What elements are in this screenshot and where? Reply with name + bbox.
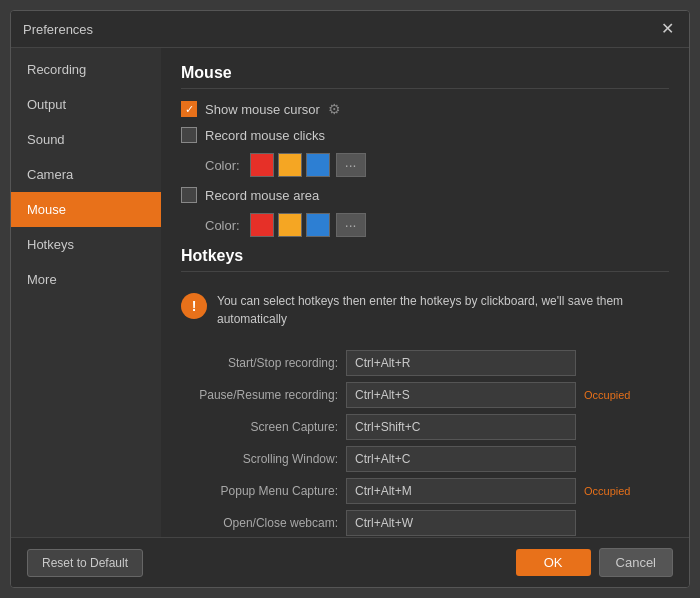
hotkey-row-4: Popup Menu Capture:Occupied — [181, 478, 669, 504]
mouse-section-title: Mouse — [181, 64, 669, 89]
hotkey-label-0: Start/Stop recording: — [181, 356, 346, 370]
show-cursor-row: Show mouse cursor ⚙ — [181, 101, 669, 117]
reset-button[interactable]: Reset to Default — [27, 549, 143, 577]
record-clicks-row: Record mouse clicks — [181, 127, 669, 143]
record-area-label: Record mouse area — [205, 188, 319, 203]
color-more-2[interactable]: ··· — [336, 213, 366, 237]
sidebar-item-recording[interactable]: Recording — [11, 52, 161, 87]
color-red-2[interactable] — [250, 213, 274, 237]
main-content: RecordingOutputSoundCameraMouseHotkeysMo… — [11, 48, 689, 537]
record-clicks-checkbox[interactable] — [181, 127, 197, 143]
sidebar-item-sound[interactable]: Sound — [11, 122, 161, 157]
hotkey-input-1[interactable] — [346, 382, 576, 408]
color-blue-2[interactable] — [306, 213, 330, 237]
hotkey-input-0[interactable] — [346, 350, 576, 376]
hotkey-label-2: Screen Capture: — [181, 420, 346, 434]
sidebar-item-mouse[interactable]: Mouse — [11, 192, 161, 227]
sidebar-item-camera[interactable]: Camera — [11, 157, 161, 192]
content-area: Mouse Show mouse cursor ⚙ Record mouse c… — [161, 48, 689, 537]
gear-icon[interactable]: ⚙ — [328, 101, 341, 117]
info-box: ! You can select hotkeys then enter the … — [181, 284, 669, 336]
title-bar: Preferences ✕ — [11, 11, 689, 48]
color-orange-2[interactable] — [278, 213, 302, 237]
color-blue-1[interactable] — [306, 153, 330, 177]
occupied-badge-4: Occupied — [584, 485, 639, 497]
dialog-title: Preferences — [23, 22, 93, 37]
info-icon: ! — [181, 293, 207, 319]
sidebar: RecordingOutputSoundCameraMouseHotkeysMo… — [11, 48, 161, 537]
footer: Reset to Default OK Cancel — [11, 537, 689, 587]
footer-right: OK Cancel — [516, 548, 673, 577]
hotkey-input-3[interactable] — [346, 446, 576, 472]
hotkey-row-0: Start/Stop recording: — [181, 350, 669, 376]
hotkey-label-1: Pause/Resume recording: — [181, 388, 346, 402]
color-row-2: Color: ··· — [205, 213, 669, 237]
cancel-button[interactable]: Cancel — [599, 548, 673, 577]
hotkey-rows: Start/Stop recording:Pause/Resume record… — [181, 350, 669, 537]
show-cursor-checkbox[interactable] — [181, 101, 197, 117]
hotkey-input-5[interactable] — [346, 510, 576, 536]
color-orange-1[interactable] — [278, 153, 302, 177]
color-red-1[interactable] — [250, 153, 274, 177]
preferences-dialog: Preferences ✕ RecordingOutputSoundCamera… — [10, 10, 690, 588]
color-more-1[interactable]: ··· — [336, 153, 366, 177]
color-label-2: Color: — [205, 218, 240, 233]
hotkey-row-5: Open/Close webcam: — [181, 510, 669, 536]
hotkeys-section-title: Hotkeys — [181, 247, 669, 272]
hotkey-input-4[interactable] — [346, 478, 576, 504]
hotkey-row-1: Pause/Resume recording:Occupied — [181, 382, 669, 408]
ok-button[interactable]: OK — [516, 549, 591, 576]
record-area-row: Record mouse area — [181, 187, 669, 203]
show-cursor-label: Show mouse cursor — [205, 102, 320, 117]
color-row-1: Color: ··· — [205, 153, 669, 177]
info-text: You can select hotkeys then enter the ho… — [217, 292, 669, 328]
hotkey-label-3: Scrolling Window: — [181, 452, 346, 466]
hotkey-label-5: Open/Close webcam: — [181, 516, 346, 530]
hotkeys-section: Hotkeys ! You can select hotkeys then en… — [181, 247, 669, 537]
color-label-1: Color: — [205, 158, 240, 173]
sidebar-item-hotkeys[interactable]: Hotkeys — [11, 227, 161, 262]
close-button[interactable]: ✕ — [657, 19, 677, 39]
hotkey-row-3: Scrolling Window: — [181, 446, 669, 472]
hotkey-input-2[interactable] — [346, 414, 576, 440]
hotkey-label-4: Popup Menu Capture: — [181, 484, 346, 498]
record-area-checkbox[interactable] — [181, 187, 197, 203]
record-clicks-label: Record mouse clicks — [205, 128, 325, 143]
occupied-badge-1: Occupied — [584, 389, 639, 401]
sidebar-item-more[interactable]: More — [11, 262, 161, 297]
sidebar-item-output[interactable]: Output — [11, 87, 161, 122]
hotkey-row-2: Screen Capture: — [181, 414, 669, 440]
